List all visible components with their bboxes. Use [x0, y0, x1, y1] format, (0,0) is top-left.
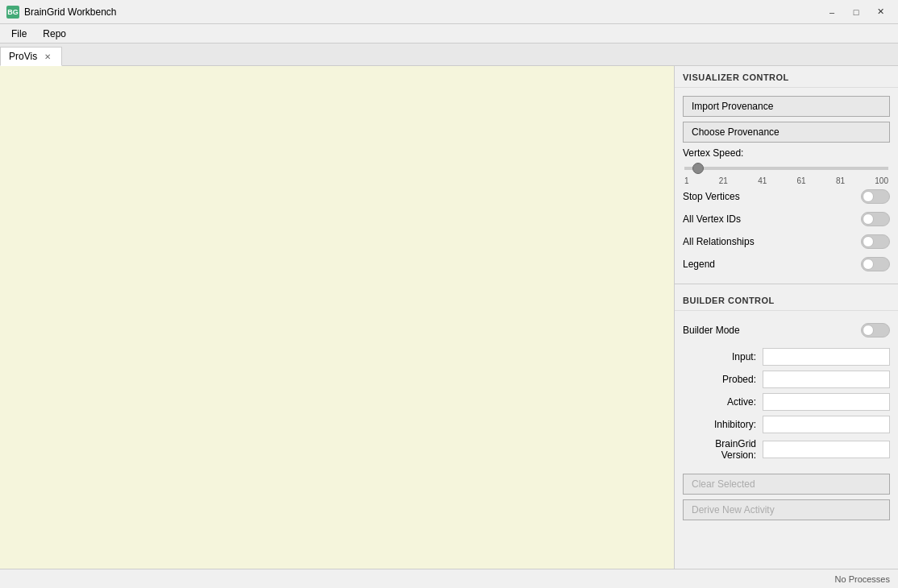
toggle-row-stop-vertices: Stop Vertices	[683, 185, 890, 208]
right-panel: VISUALIZER CONTROL Import Provenance Cho…	[674, 66, 898, 569]
input-label: Input:	[683, 351, 763, 362]
braingrid-version-field[interactable]	[763, 441, 890, 458]
active-field[interactable]	[763, 393, 890, 411]
status-text: No Processes	[835, 574, 890, 584]
status-bar: No Processes	[0, 569, 898, 588]
active-label: Active:	[683, 396, 763, 408]
vertex-speed-slider-container: 1 21 41 61 81 100	[683, 162, 890, 185]
derive-new-activity-button[interactable]: Derive New Activity	[683, 499, 890, 520]
toggle-row-all-vertex-ids: All Vertex IDs	[683, 208, 890, 230]
all-vertex-ids-toggle[interactable]	[861, 212, 890, 226]
menu-bar: File Repo	[0, 24, 898, 43]
maximize-button[interactable]: □	[845, 4, 867, 20]
tab-close-provis[interactable]: ✕	[42, 51, 53, 62]
slider-labels: 1 21 41 61 81 100	[684, 176, 888, 185]
inhibitory-field-row: Inhibitory:	[683, 416, 890, 433]
tab-provis[interactable]: ProVis ✕	[0, 47, 62, 66]
inhibitory-field[interactable]	[763, 416, 890, 433]
builder-mode-label: Builder Mode	[683, 325, 740, 336]
choose-provenance-button[interactable]: Choose Provenance	[683, 122, 890, 143]
all-relationships-knob	[863, 236, 874, 247]
tab-bar: ProVis ✕	[0, 43, 898, 66]
builder-mode-toggle[interactable]	[861, 323, 890, 337]
close-button[interactable]: ✕	[869, 4, 892, 20]
active-field-row: Active:	[683, 393, 890, 411]
all-vertex-ids-label: All Vertex IDs	[683, 213, 741, 225]
stop-vertices-knob	[863, 191, 874, 202]
visualizer-section-header: VISUALIZER CONTROL	[675, 66, 898, 88]
minimize-button[interactable]: –	[821, 4, 843, 20]
probed-label: Probed:	[683, 374, 763, 385]
legend-knob	[863, 259, 874, 270]
inhibitory-label: Inhibitory:	[683, 419, 763, 430]
slider-tick-2: 21	[719, 176, 728, 185]
builder-section-header: BUILDER CONTROL	[675, 289, 898, 311]
slider-track	[684, 162, 888, 175]
window-title: BrainGrid Workbench	[24, 6, 821, 18]
all-vertex-ids-knob	[863, 213, 874, 225]
all-relationships-label: All Relationships	[683, 236, 755, 247]
toggle-row-legend: Legend	[683, 253, 890, 275]
all-relationships-toggle[interactable]	[861, 234, 890, 249]
menu-repo[interactable]: Repo	[35, 27, 74, 41]
legend-label: Legend	[683, 259, 715, 270]
import-provenance-button[interactable]: Import Provenance	[683, 96, 890, 117]
slider-tick-5: 81	[836, 176, 845, 185]
canvas-area[interactable]	[0, 66, 674, 569]
menu-file[interactable]: File	[3, 27, 35, 41]
toggle-row-all-relationships: All Relationships	[683, 230, 890, 253]
tab-provis-label: ProVis	[9, 51, 37, 62]
probed-field[interactable]	[763, 371, 890, 388]
legend-toggle[interactable]	[861, 257, 890, 271]
stop-vertices-toggle[interactable]	[861, 189, 890, 204]
visualizer-panel: Import Provenance Choose Provenance Vert…	[675, 88, 898, 284]
input-field[interactable]	[763, 348, 890, 366]
slider-tick-1: 1	[684, 176, 689, 185]
builder-mode-row: Builder Mode	[683, 319, 890, 342]
vertex-speed-slider[interactable]	[684, 167, 888, 170]
slider-tick-3: 41	[758, 176, 767, 185]
vertex-speed-label: Vertex Speed:	[683, 147, 890, 159]
slider-tick-6: 100	[875, 176, 888, 185]
input-field-row: Input:	[683, 348, 890, 366]
title-bar: BG BrainGrid Workbench – □ ✕	[0, 0, 898, 24]
main-layout: VISUALIZER CONTROL Import Provenance Cho…	[0, 66, 898, 569]
app-icon: BG	[6, 6, 19, 19]
builder-panel: Builder Mode Input: Probed: Active: Inhi…	[675, 311, 898, 533]
window-controls: – □ ✕	[821, 4, 892, 20]
stop-vertices-label: Stop Vertices	[683, 191, 740, 202]
braingrid-version-field-row: BrainGrid Version:	[683, 438, 890, 461]
slider-tick-4: 61	[797, 176, 806, 185]
probed-field-row: Probed:	[683, 371, 890, 388]
builder-mode-knob	[863, 325, 874, 336]
clear-selected-button[interactable]: Clear Selected	[683, 474, 890, 495]
braingrid-version-label: BrainGrid Version:	[683, 438, 763, 461]
